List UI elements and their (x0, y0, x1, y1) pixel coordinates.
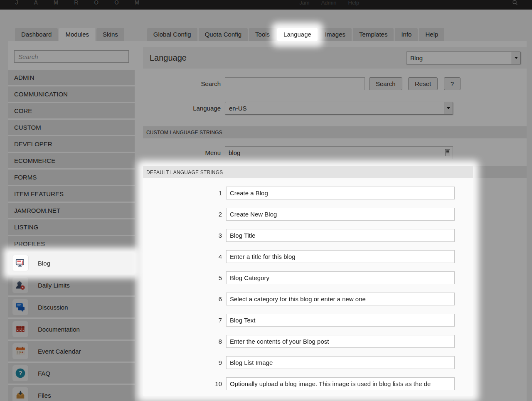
module-sidebar: ADMIN COMMUNICATION CORE CUSTOM DEVELOPE… (8, 47, 135, 401)
sidebar-category-forms[interactable]: FORMS (8, 170, 135, 185)
page-header: Language Blog (143, 47, 527, 69)
menu-input[interactable] (225, 146, 453, 159)
page-title: Language (150, 53, 187, 63)
sidebar-category-listing[interactable]: LISTING (8, 219, 135, 235)
sidebar-category-item-features[interactable]: ITEM FEATURES (8, 186, 135, 202)
module-label: Daily Limits (38, 282, 70, 289)
sidebar-category-jamroom-net[interactable]: JAMROOM.NET (8, 203, 135, 218)
menu-label: Menu (143, 149, 225, 156)
language-label: Language (143, 105, 225, 112)
content-panel: ADMIN COMMUNICATION CORE CUSTOM DEVELOPE… (8, 41, 527, 401)
chevron-down-icon[interactable] (512, 52, 520, 64)
string-number: 1 (143, 189, 226, 197)
language-string-input[interactable] (226, 250, 455, 263)
language-string-row: 3 (143, 229, 473, 242)
default-strings-header-continuation (473, 166, 527, 178)
sidebar-module-files[interactable]: Files (8, 385, 135, 401)
top-nav-item-admin[interactable]: Admin (321, 0, 337, 6)
tab-global-config[interactable]: Global Config (147, 28, 197, 41)
tab-label: Skins (103, 31, 118, 38)
language-select-value: en-US (225, 102, 444, 114)
tab-templates[interactable]: Templates (353, 28, 394, 41)
sidebar-category-admin[interactable]: ADMIN (8, 70, 135, 85)
event-calendar-icon (12, 343, 29, 359)
default-strings-rows: 1 2 3 (143, 187, 473, 390)
sidebar-category-custom[interactable]: CUSTOM (8, 120, 135, 135)
category-label: JAMROOM.NET (14, 207, 60, 214)
sidebar-category-developer[interactable]: DEVELOPER (8, 136, 135, 152)
module-label: Event Calendar (38, 348, 81, 355)
top-nav-item-jam[interactable]: Jam (299, 0, 310, 6)
language-string-input[interactable] (226, 335, 455, 348)
sidebar-category-communication[interactable]: COMMUNICATION (8, 86, 135, 102)
string-number: 2 (143, 211, 226, 218)
language-select[interactable]: en-US (225, 102, 453, 115)
category-label: ITEM FEATURES (14, 190, 64, 197)
language-string-input[interactable] (226, 293, 455, 305)
string-number: 6 (143, 295, 226, 303)
tab-images[interactable]: Images (319, 28, 352, 41)
faq-icon: ? (12, 365, 29, 381)
search-buttons: Search Reset ? (365, 77, 461, 90)
search-label: Search (143, 80, 225, 87)
sidebar-search-input[interactable] (14, 50, 129, 63)
top-nav-item-help[interactable]: Help (348, 0, 360, 6)
string-number: 3 (143, 232, 226, 239)
tab-help[interactable]: Help (419, 28, 444, 41)
language-string-row: 6 (143, 293, 473, 305)
language-string-input[interactable] (226, 377, 455, 390)
module-label: Files (38, 392, 51, 399)
sidebar-category-core[interactable]: CORE (8, 103, 135, 118)
tab-label: Global Config (153, 31, 191, 38)
string-number: 9 (143, 359, 226, 366)
language-string-row: 8 (143, 335, 473, 348)
sidebar-module-blog[interactable]: Blog (8, 253, 135, 273)
documentation-icon (12, 321, 29, 337)
language-string-input[interactable] (226, 356, 455, 369)
search-input[interactable] (225, 77, 365, 90)
sidebar-module-faq[interactable]: ? FAQ (8, 363, 135, 384)
language-string-input[interactable] (226, 314, 455, 327)
button-reset[interactable]: Reset (408, 77, 438, 90)
sidebar-categories: ADMIN COMMUNICATION CORE CUSTOM DEVELOPE… (8, 70, 135, 251)
module-select[interactable]: Blog (406, 52, 521, 64)
tab-quota-config[interactable]: Quota Config (199, 28, 248, 41)
sidebar-module-discussion[interactable]: Discussion (8, 297, 135, 317)
language-string-row: 9 (143, 356, 473, 369)
category-label: ECOMMERCE (14, 157, 55, 164)
top-nav: Jam Admin Help (299, 0, 359, 6)
search-icon[interactable] (512, 0, 518, 5)
language-string-input[interactable] (226, 208, 455, 221)
category-label: FORMS (14, 174, 37, 181)
sidebar-modules: Blog Daily Limits Discussion Documentati… (8, 253, 135, 401)
sidebar-module-documentation[interactable]: Documentation (8, 319, 135, 339)
tab-tools[interactable]: Tools (249, 28, 276, 41)
sidebar-module-event-calendar[interactable]: Event Calendar (8, 341, 135, 362)
tab-skins[interactable]: Skins (96, 28, 124, 41)
module-label: FAQ (38, 370, 50, 377)
tab-dashboard[interactable]: Dashboard (15, 28, 58, 41)
daily-limits-icon (12, 277, 29, 293)
tab-label: Modules (65, 31, 89, 38)
sidebar-category-profiles[interactable]: PROFILES (8, 236, 135, 251)
tab-label: Tools (255, 31, 270, 38)
tab-language[interactable]: Language (277, 28, 318, 41)
discussion-icon (12, 299, 29, 315)
category-label: CUSTOM (14, 124, 41, 131)
button-[interactable]: ? (444, 77, 461, 90)
menu-input-dropdown-icon[interactable] (445, 149, 450, 156)
button-search[interactable]: Search (369, 77, 402, 90)
language-string-input[interactable] (226, 271, 455, 284)
files-icon (12, 387, 29, 401)
language-string-input[interactable] (226, 187, 455, 199)
tab-info[interactable]: Info (395, 28, 418, 41)
chevron-down-icon[interactable] (444, 102, 453, 114)
language-string-row: 5 (143, 271, 473, 284)
sidebar-module-daily-limits[interactable]: Daily Limits (8, 275, 135, 295)
svg-text:?: ? (18, 369, 22, 376)
top-bar: J A M R O O M Jam Admin Help (0, 0, 532, 10)
tab-modules[interactable]: Modules (59, 28, 95, 41)
string-number: 4 (143, 253, 226, 260)
language-string-input[interactable] (226, 229, 455, 242)
sidebar-category-ecommerce[interactable]: ECOMMERCE (8, 153, 135, 168)
